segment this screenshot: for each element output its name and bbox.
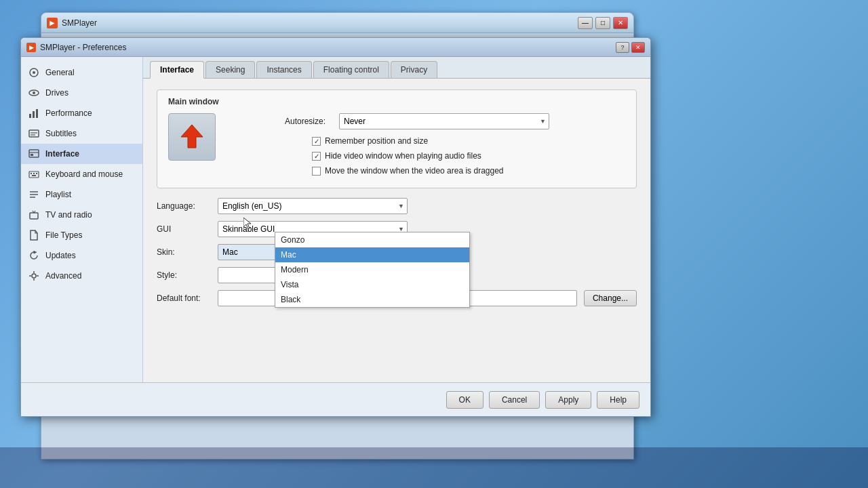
sidebar-label-updates: Updates	[45, 251, 76, 260]
svg-point-1	[33, 71, 35, 74]
sidebar-label-performance: Performance	[45, 108, 92, 118]
apply-button[interactable]: Apply	[545, 391, 591, 409]
dialog-titlebar: ▶ SMPlayer - Preferences ? ✕	[21, 38, 650, 57]
dialog-titlebar-buttons: ? ✕	[616, 42, 645, 53]
checkbox-hide-row: Hide video window when playing audio fil…	[305, 151, 625, 161]
svg-rect-5	[33, 111, 35, 118]
outer-restore-button[interactable]: □	[595, 17, 610, 29]
sidebar-item-general[interactable]: General	[21, 62, 142, 83]
svg-marker-29	[181, 125, 203, 148]
sidebar-item-drives[interactable]: Drives	[21, 83, 142, 103]
svg-point-24	[32, 274, 36, 278]
skin-value: Mac	[222, 247, 238, 257]
skin-dropdown-list: Gonzo Mac Modern Vista Black	[275, 232, 470, 308]
svg-rect-17	[32, 175, 36, 176]
svg-rect-6	[36, 109, 38, 118]
tab-privacy[interactable]: Privacy	[391, 61, 437, 78]
subtitles-icon	[28, 127, 40, 140]
checkbox-move[interactable]	[312, 167, 321, 176]
main-window-options: Autoresize: Never ▼ Remember p	[237, 113, 625, 181]
svg-rect-15	[33, 173, 35, 174]
dialog-help-button[interactable]: ?	[616, 42, 629, 53]
svg-rect-13	[29, 171, 39, 178]
autoresize-dropdown[interactable]: Never ▼	[339, 113, 549, 129]
svg-point-3	[33, 92, 35, 94]
dialog-title: SMPlayer - Preferences	[40, 43, 616, 52]
svg-rect-14	[31, 173, 32, 174]
autoresize-value: Never	[344, 117, 366, 126]
sidebar-label-keyboard: Keyboard and mouse	[45, 169, 123, 179]
advanced-icon	[28, 270, 40, 282]
skin-option-vista[interactable]: Vista	[275, 277, 469, 292]
tab-interface[interactable]: Interface	[150, 61, 204, 79]
keyboard-icon	[28, 168, 40, 180]
dialog-icon: ▶	[26, 43, 36, 52]
gui-label: GUI	[157, 224, 211, 234]
checkbox-hide[interactable]	[312, 152, 321, 161]
upload-arrow-icon	[177, 122, 207, 152]
language-value: English (en_US)	[222, 201, 281, 211]
help-button[interactable]: Help	[597, 391, 639, 409]
content-area: Interface Seeking Instances Floating con…	[143, 57, 650, 382]
outer-window-icon: ▶	[47, 18, 58, 28]
tab-instances[interactable]: Instances	[256, 61, 311, 78]
svg-rect-10	[29, 150, 39, 157]
svg-rect-12	[31, 154, 33, 156]
sidebar-label-filetypes: File Types	[45, 230, 82, 240]
sidebar-item-performance[interactable]: Performance	[21, 103, 142, 123]
general-icon	[28, 66, 40, 79]
language-arrow-icon: ▼	[398, 203, 404, 209]
taskbar	[0, 447, 868, 488]
svg-rect-7	[29, 130, 39, 137]
style-label: Style:	[157, 270, 211, 280]
sidebar-label-subtitles: Subtitles	[45, 129, 77, 138]
sidebar-label-general: General	[45, 68, 75, 77]
icon-preview	[168, 113, 216, 161]
sidebar-label-interface: Interface	[45, 149, 79, 159]
sidebar-item-updates[interactable]: Updates	[21, 245, 142, 266]
skin-label: Skin:	[157, 247, 211, 257]
checkbox-remember-label: Remember position and size	[325, 136, 428, 146]
skin-option-black[interactable]: Black	[275, 292, 469, 307]
change-font-button[interactable]: Change...	[584, 290, 637, 306]
interface-icon	[28, 148, 40, 160]
checkbox-remember[interactable]	[312, 137, 321, 146]
sidebar-item-interface[interactable]: Interface	[21, 144, 142, 164]
drives-icon	[28, 87, 40, 99]
sidebar-item-advanced[interactable]: Advanced	[21, 266, 142, 286]
sidebar-item-filetypes[interactable]: File Types	[21, 225, 142, 245]
skin-option-mac[interactable]: Mac	[275, 247, 469, 262]
svg-rect-21	[30, 213, 38, 219]
gui-value: Skinnable GUI	[222, 224, 275, 234]
cancel-button[interactable]: Cancel	[489, 391, 540, 409]
skin-option-gonzo[interactable]: Gonzo	[275, 232, 469, 247]
outer-window-title: SMPlayer	[62, 18, 578, 28]
outer-minimize-button[interactable]: —	[578, 17, 593, 29]
sidebar-item-keyboard[interactable]: Keyboard and mouse	[21, 164, 142, 184]
sidebar-item-tv-radio[interactable]: TV and radio	[21, 205, 142, 225]
updates-icon	[28, 249, 40, 262]
autoresize-arrow-icon: ▼	[540, 118, 546, 125]
language-dropdown[interactable]: English (en_US) ▼	[218, 198, 408, 214]
autoresize-label: Autoresize:	[285, 117, 332, 126]
checkbox-move-row: Move the window when the video area is d…	[305, 166, 625, 176]
skin-option-modern[interactable]: Modern	[275, 262, 469, 277]
tab-floating[interactable]: Floating control	[313, 61, 389, 78]
dialog-close-button[interactable]: ✕	[631, 42, 645, 53]
tabs-bar: Interface Seeking Instances Floating con…	[143, 57, 650, 79]
autoresize-row: Autoresize: Never ▼	[237, 113, 625, 129]
main-window-section: Main window Autoresize:	[157, 89, 637, 188]
performance-icon	[28, 107, 40, 119]
outer-titlebar: ▶ SMPlayer — □ ✕	[41, 13, 633, 33]
sidebar-item-playlist[interactable]: Playlist	[21, 184, 142, 205]
sidebar-label-tv-radio: TV and radio	[45, 210, 92, 220]
filetypes-icon	[28, 229, 40, 241]
default-font-label: Default font:	[157, 293, 211, 303]
dialog-footer: OK Cancel Apply Help	[21, 382, 650, 416]
sidebar-item-subtitles[interactable]: Subtitles	[21, 123, 142, 144]
ok-button[interactable]: OK	[446, 391, 484, 409]
svg-rect-16	[36, 173, 37, 174]
checkbox-hide-label: Hide video window when playing audio fil…	[325, 151, 481, 161]
tab-seeking[interactable]: Seeking	[205, 61, 255, 78]
outer-close-button[interactable]: ✕	[613, 17, 628, 29]
